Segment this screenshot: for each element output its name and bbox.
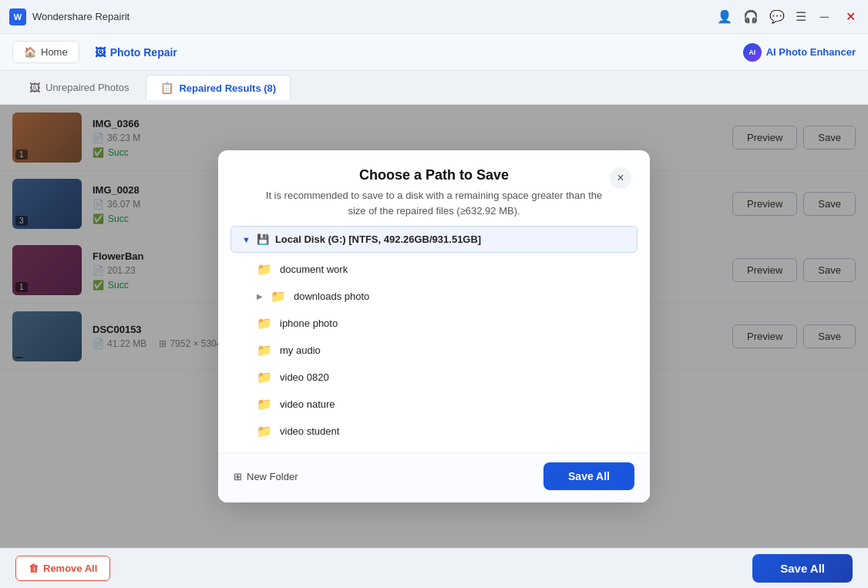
tab-unrepaired[interactable]: 🖼 Unrepaired Photos <box>15 76 143 100</box>
folder-icon: 📁 <box>257 316 272 331</box>
chevron-down-icon: ▼ <box>242 235 251 244</box>
modal-title-area: Choose a Path to Save It is recommended … <box>258 167 610 218</box>
disk-icon: 💾 <box>257 234 269 245</box>
folder-icon: 📁 <box>271 289 286 304</box>
ai-badge: AI <box>743 43 762 62</box>
list-item[interactable]: 📁 video 0820 <box>249 364 638 391</box>
headset-icon[interactable]: 🎧 <box>743 9 759 24</box>
main-content: 1 IMG_0366 📄 36.23 M ✅ Succ Preview Save… <box>0 105 868 548</box>
close-button[interactable]: ✕ <box>843 8 859 25</box>
home-label: Home <box>41 46 68 58</box>
nav-bar: 🏠 Home 🖼 Photo Repair AI AI Photo Enhanc… <box>0 34 868 71</box>
new-folder-label: New Folder <box>247 471 298 482</box>
folder-name: video student <box>280 425 339 437</box>
modal-footer: ⊞ New Folder Save All <box>218 452 650 502</box>
nav-left: 🏠 Home 🖼 Photo Repair <box>12 41 188 63</box>
menu-icon[interactable]: ☰ <box>796 9 806 24</box>
ai-badge-text: AI <box>749 49 755 56</box>
list-item[interactable]: 📁 document work <box>249 256 638 283</box>
list-item[interactable]: 📁 iphone photo <box>249 310 638 337</box>
file-tree: ▼ 💾 Local Disk (G:) [NTFS, 492.26GB/931.… <box>218 226 650 452</box>
chat-icon[interactable]: 💬 <box>769 9 785 24</box>
app-logo-letter: W <box>14 12 22 22</box>
modal-subtitle: It is recommended to save to a disk with… <box>258 188 610 218</box>
app-logo: W <box>9 8 26 25</box>
modal-save-all-button[interactable]: Save All <box>543 462 634 490</box>
modal-close-button[interactable]: × <box>610 167 631 189</box>
home-icon: 🏠 <box>24 46 36 58</box>
modal-overlay: Choose a Path to Save It is recommended … <box>0 105 868 548</box>
title-bar-left: W Wondershare Repairit <box>9 8 130 25</box>
expand-arrow-icon: ▶ <box>257 292 263 301</box>
folder-icon: 📁 <box>257 397 272 412</box>
folder-name: document work <box>280 264 348 275</box>
folder-list: 📁 document work ▶ 📁 downloads photo 📁 ip… <box>230 256 638 445</box>
repaired-tab-label: Repaired Results (8) <box>179 82 276 94</box>
home-nav-button[interactable]: 🏠 Home <box>12 41 79 63</box>
photo-repair-label: Photo Repair <box>110 46 177 59</box>
tab-bar: 🖼 Unrepaired Photos 📋 Repaired Results (… <box>0 71 868 105</box>
list-item[interactable]: 📁 video nature <box>249 391 638 418</box>
folder-name: iphone photo <box>280 318 338 329</box>
folder-icon: 📁 <box>257 343 272 358</box>
folder-name: video nature <box>280 398 335 410</box>
tab-repaired[interactable]: 📋 Repaired Results (8) <box>146 75 291 100</box>
app-name: Wondershare Repairit <box>32 11 130 22</box>
folder-name: downloads photo <box>294 291 369 302</box>
list-item[interactable]: ▶ 📁 downloads photo <box>249 283 638 310</box>
remove-all-button[interactable]: 🗑 Remove All <box>15 556 110 581</box>
disk-label: Local Disk (G:) [NTFS, 492.26GB/931.51GB… <box>275 234 481 245</box>
list-item[interactable]: 📁 video student <box>249 418 638 445</box>
photo-repair-nav[interactable]: 🖼 Photo Repair <box>84 42 188 63</box>
modal-header: Choose a Path to Save It is recommended … <box>218 150 650 226</box>
plus-icon: ⊞ <box>234 471 242 482</box>
disk-root-item[interactable]: ▼ 💾 Local Disk (G:) [NTFS, 492.26GB/931.… <box>230 226 638 253</box>
remove-all-label: Remove All <box>43 563 97 574</box>
unrepaired-tab-label: Unrepaired Photos <box>45 82 129 93</box>
folder-name: video 0820 <box>280 371 329 383</box>
folder-icon: 📁 <box>257 424 272 438</box>
nav-right: AI AI Photo Enhancer <box>743 43 856 62</box>
modal-title: Choose a Path to Save <box>258 167 610 183</box>
repaired-tab-icon: 📋 <box>160 82 173 94</box>
photo-repair-icon: 🖼 <box>95 46 106 59</box>
folder-icon: 📁 <box>257 370 272 385</box>
save-all-button[interactable]: Save All <box>752 554 853 583</box>
save-path-modal: Choose a Path to Save It is recommended … <box>218 150 650 502</box>
title-bar-right: 👤 🎧 💬 ☰ ─ ✕ <box>717 8 859 25</box>
folder-name: my audio <box>280 344 321 356</box>
minimize-button[interactable]: ─ <box>817 8 832 25</box>
ai-enhancer-label: AI Photo Enhancer <box>766 46 856 58</box>
person-icon[interactable]: 👤 <box>717 9 732 24</box>
folder-icon: 📁 <box>257 262 272 277</box>
title-bar: W Wondershare Repairit 👤 🎧 💬 ☰ ─ ✕ <box>0 0 868 34</box>
bottom-bar: 🗑 Remove All Save All <box>0 548 868 588</box>
trash-icon: 🗑 <box>29 563 39 574</box>
ai-enhancer-button[interactable]: AI AI Photo Enhancer <box>743 43 856 62</box>
new-folder-button[interactable]: ⊞ New Folder <box>234 471 298 482</box>
list-item[interactable]: 📁 my audio <box>249 337 638 364</box>
unrepaired-tab-icon: 🖼 <box>29 82 40 94</box>
